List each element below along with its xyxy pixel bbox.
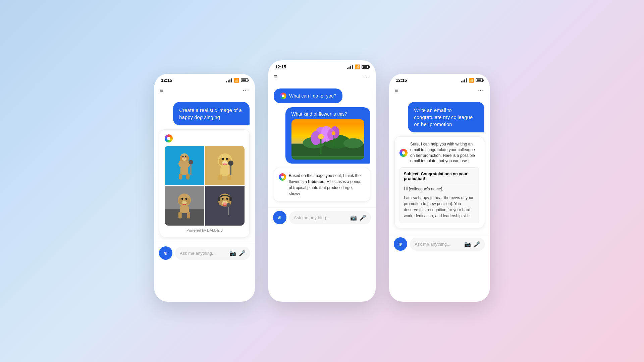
status-bar-left: 12:15 📶 bbox=[154, 74, 255, 85]
flower-image-container bbox=[291, 119, 364, 160]
svg-point-20 bbox=[226, 158, 228, 160]
camera-icon-left[interactable]: 📷 bbox=[229, 250, 236, 256]
flower-image bbox=[291, 119, 364, 160]
svg-point-8 bbox=[183, 157, 185, 159]
input-field-center[interactable]: Ask me anything... 📷 🎤 bbox=[289, 211, 371, 224]
avatar-button-right[interactable]: ⊕ bbox=[394, 237, 407, 251]
ai-response-header-center: Based on the image you sent, I think the… bbox=[279, 173, 365, 197]
svg-point-34 bbox=[185, 198, 187, 200]
phone-center: 12:15 📶 ≡ ··· bbox=[268, 60, 376, 302]
hibiscus-text: Based on the image you sent, I think the… bbox=[289, 173, 365, 197]
hibiscus-bold-text: hibiscus. bbox=[308, 179, 325, 184]
svg-point-26 bbox=[228, 161, 233, 166]
input-placeholder-left: Ask me anything... bbox=[180, 251, 216, 256]
wifi-icon-center: 📶 bbox=[355, 64, 360, 69]
signal-icon-left bbox=[226, 78, 232, 82]
battery-icon-left bbox=[241, 78, 248, 82]
more-icon-right[interactable]: ··· bbox=[477, 87, 484, 94]
copilot-logo-center2 bbox=[279, 173, 286, 181]
user-bubble-left: Create a realistic image of a happy dog … bbox=[173, 102, 250, 125]
svg-rect-11 bbox=[186, 174, 190, 180]
svg-point-6 bbox=[182, 156, 184, 157]
menu-icon-center[interactable]: ≡ bbox=[274, 73, 277, 80]
svg-rect-37 bbox=[187, 212, 190, 219]
svg-rect-62 bbox=[320, 139, 321, 154]
input-bar-left: ⊕ Ask me anything... 📷 🎤 bbox=[154, 243, 255, 263]
input-bar-center: ⊕ Ask me anything... 📷 🎤 bbox=[268, 207, 376, 228]
copilot-logo-center bbox=[280, 93, 286, 99]
mic-icon-right[interactable]: 🎤 bbox=[474, 241, 480, 247]
mic-icon-center[interactable]: 🎤 bbox=[360, 215, 366, 221]
input-field-right[interactable]: Ask me anything... 📷 🎤 bbox=[410, 238, 485, 251]
avatar-icon-left: ⊕ bbox=[164, 250, 168, 256]
svg-point-61 bbox=[331, 131, 335, 135]
email-greeting: Hi [colleague's name], bbox=[404, 186, 475, 192]
avatar-icon-center: ⊕ bbox=[278, 215, 282, 220]
svg-point-19 bbox=[222, 158, 224, 160]
phones-container: 12:15 📶 ≡ ··· Create a realistic image o… bbox=[0, 0, 644, 362]
more-icon-left[interactable]: ··· bbox=[243, 87, 250, 94]
svg-point-49 bbox=[226, 203, 230, 207]
nav-bar-left: ≡ ··· bbox=[154, 85, 255, 97]
svg-rect-23 bbox=[218, 175, 222, 180]
svg-point-13 bbox=[189, 160, 193, 165]
ai-intro-text: Sure, I can help you with writing an ema… bbox=[410, 141, 479, 164]
input-actions-left: 📷 🎤 bbox=[229, 250, 246, 256]
copilot-logo-right bbox=[399, 149, 408, 157]
chat-area-left: Create a realistic image of a happy dog … bbox=[154, 97, 255, 243]
chat-area-right: Write an email to congratulate my collea… bbox=[389, 97, 490, 234]
svg-rect-10 bbox=[179, 174, 182, 180]
phone-left: 12:15 📶 ≡ ··· Create a realistic image o… bbox=[154, 74, 255, 302]
input-bar-right: ⊕ Ask me anything... 📷 🎤 bbox=[389, 234, 490, 254]
signal-icon-center bbox=[347, 65, 353, 69]
status-icons-right: 📶 bbox=[461, 78, 483, 83]
svg-point-58 bbox=[318, 134, 324, 139]
copilot-logo-left bbox=[165, 134, 173, 142]
time-right: 12:15 bbox=[396, 78, 407, 83]
ai-header-right: Sure, I can help you with writing an ema… bbox=[399, 141, 479, 164]
email-body-text: I am so happy to hear the news of your p… bbox=[404, 195, 475, 219]
input-placeholder-right: Ask me anything... bbox=[415, 242, 450, 247]
mic-icon-left[interactable]: 🎤 bbox=[239, 250, 246, 256]
flower-user-bubble: What kind of flower is this? bbox=[285, 107, 370, 164]
more-icon-center[interactable]: ··· bbox=[363, 73, 370, 80]
wifi-icon-left: 📶 bbox=[234, 78, 239, 83]
svg-point-7 bbox=[185, 156, 186, 157]
greeting-bubble: What can I do for you? bbox=[274, 88, 342, 103]
signal-icon-right bbox=[461, 78, 467, 82]
menu-icon-left[interactable]: ≡ bbox=[160, 87, 163, 94]
dog-image-2 bbox=[205, 146, 245, 185]
battery-icon-right bbox=[476, 78, 483, 82]
flower-question: What kind of flower is this? bbox=[291, 111, 364, 117]
input-placeholder-center: Ask me anything... bbox=[294, 215, 330, 220]
svg-point-54 bbox=[343, 138, 363, 148]
wifi-icon-right: 📶 bbox=[469, 78, 474, 83]
avatar-button-left[interactable]: ⊕ bbox=[159, 246, 172, 260]
svg-point-43 bbox=[222, 198, 224, 200]
status-icons-center: 📶 bbox=[347, 64, 369, 69]
user-bubble-right: Write an email to congratulate my collea… bbox=[408, 102, 484, 132]
svg-rect-63 bbox=[333, 135, 334, 146]
phone-right: 12:15 📶 ≡ ··· Write an email to congratu… bbox=[389, 74, 490, 302]
dog-image-4 bbox=[205, 186, 245, 226]
dog-image-grid bbox=[165, 146, 245, 226]
svg-point-44 bbox=[226, 198, 228, 200]
powered-by-text: Powered by DALL·E 3 bbox=[165, 228, 245, 232]
avatar-icon-right: ⊕ bbox=[398, 241, 402, 247]
svg-point-33 bbox=[181, 198, 183, 200]
input-actions-center: 📷 🎤 bbox=[350, 215, 366, 221]
chat-area-center: What can I do for you? What kind of flow… bbox=[268, 83, 376, 207]
dog-image-1 bbox=[165, 146, 204, 185]
ai-header-left bbox=[165, 134, 245, 142]
camera-icon-right[interactable]: 📷 bbox=[464, 241, 471, 247]
camera-icon-center[interactable]: 📷 bbox=[350, 215, 357, 221]
menu-icon-right[interactable]: ≡ bbox=[394, 87, 398, 94]
svg-rect-36 bbox=[178, 212, 182, 219]
input-field-left[interactable]: Ask me anything... 📷 🎤 bbox=[175, 247, 250, 260]
nav-bar-center: ≡ ··· bbox=[268, 72, 376, 83]
battery-icon-center bbox=[362, 65, 369, 69]
svg-point-45 bbox=[223, 202, 227, 205]
dog-image-3 bbox=[165, 186, 204, 226]
svg-rect-47 bbox=[229, 197, 232, 201]
avatar-button-center[interactable]: ⊕ bbox=[273, 211, 286, 224]
